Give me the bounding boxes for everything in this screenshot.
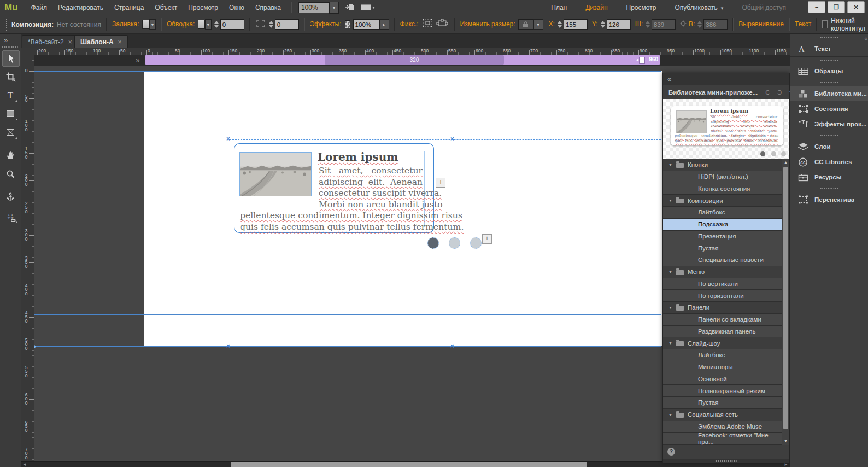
fill-swatch[interactable] — [142, 20, 149, 29]
zoom-dropdown-button[interactable]: ▾ — [329, 2, 339, 14]
zoom-tool[interactable] — [2, 166, 19, 182]
fill-label[interactable]: Заливка: — [112, 20, 139, 28]
dock-item-library[interactable]: Библиотека ми... — [790, 86, 868, 101]
crop-tool[interactable] — [2, 69, 19, 84]
dock-item-cc-libraries[interactable]: ccCC Libraries — [790, 154, 868, 170]
stroke-label[interactable]: Обводка: — [167, 20, 195, 28]
menu-Объект[interactable]: Объект — [149, 0, 183, 15]
library-item[interactable]: По вертикали — [663, 278, 789, 290]
folder-disclosure-icon[interactable]: ▼ — [668, 199, 672, 202]
stroke-dropdown[interactable]: ▾ — [205, 19, 212, 30]
breakpoint-segment-320[interactable]: 320 — [325, 55, 504, 65]
library-item[interactable]: HiDPI (вкл./откл.) — [663, 171, 789, 183]
zoom-input[interactable] — [298, 2, 329, 13]
horizontal-ruler[interactable]: 2001501005005010015020025030035040045050… — [0, 48, 790, 55]
library-item[interactable]: Лайтбокс — [663, 349, 789, 361]
help-icon[interactable]: ? — [667, 448, 675, 456]
dock-group-grip[interactable] — [790, 34, 868, 41]
dock-group-grip[interactable] — [790, 132, 868, 139]
effects-opacity-field[interactable] — [353, 19, 379, 30]
dock-collapse-icon[interactable]: « — [864, 36, 866, 42]
preview-mode-icon[interactable] — [361, 3, 375, 13]
corner-radius-field[interactable] — [275, 19, 299, 30]
selection-tool[interactable] — [2, 50, 20, 67]
frame-tool[interactable] — [2, 125, 19, 140]
stepper-arrows[interactable] — [269, 21, 273, 28]
library-item[interactable]: Панели со вкладками — [663, 314, 789, 326]
dock-item-perspective[interactable]: Перспектива — [790, 192, 868, 207]
mode-Опубликовать[interactable]: Опубликовать▾ — [675, 4, 723, 11]
link-dimensions-icon[interactable] — [679, 20, 688, 29]
library-item[interactable]: Пустая — [663, 397, 789, 409]
tab-close-icon[interactable]: × — [118, 38, 122, 46]
scroll-left-icon[interactable]: ◄ — [22, 462, 27, 467]
hidden-tab-states[interactable]: С — [765, 89, 770, 96]
dock-item-assets[interactable]: Ресурсы — [790, 170, 868, 185]
library-folder-Социальная сеть[interactable]: ▼Социальная сеть — [663, 409, 789, 421]
folder-disclosure-icon[interactable]: ▼ — [668, 270, 672, 274]
menu-Страница[interactable]: Страница — [109, 0, 149, 15]
library-folder-Слайд-шоу[interactable]: ▼Слайд-шоу — [663, 337, 789, 349]
go-to-page-icon[interactable] — [344, 3, 355, 13]
library-item[interactable]: Миниатюры — [663, 361, 789, 373]
vertical-ruler[interactable]: 0501001502002503003504004505005506006507… — [21, 55, 34, 461]
footer-checkbox[interactable] — [822, 20, 828, 28]
menu-Окно[interactable]: Окно — [224, 0, 250, 15]
minimize-button[interactable]: – — [808, 1, 825, 13]
hidden-tab-effects[interactable]: Э — [777, 89, 782, 96]
resize-label[interactable]: Изменить размер: — [460, 20, 515, 28]
scroll-down-icon[interactable]: ▼ — [782, 438, 789, 445]
y-label[interactable]: Y: — [592, 20, 598, 28]
trigger-dot-active[interactable] — [427, 237, 439, 249]
stroke-width-field[interactable] — [220, 19, 244, 30]
breakpoint-bar[interactable]: 320 ◂ 960 — [145, 55, 660, 65]
library-item[interactable]: Facebook: отметки "Мне нра... — [663, 433, 789, 445]
library-item[interactable]: Презентация — [663, 231, 789, 243]
library-folder-Меню[interactable]: ▼Меню — [663, 266, 789, 278]
hand-tool[interactable] — [2, 148, 19, 163]
pin-label[interactable]: Фикс.: — [400, 20, 419, 28]
close-button[interactable]: ✕ — [847, 1, 865, 13]
menu-Просмотр[interactable]: Просмотр — [183, 0, 224, 15]
library-item[interactable]: Раздвижная панель — [663, 326, 789, 338]
opacity-checker-icon[interactable] — [345, 20, 350, 28]
pin-position-icon[interactable] — [422, 18, 434, 31]
stepper-arrows[interactable] — [558, 21, 562, 28]
library-item[interactable]: Полноэкранный режим — [663, 385, 789, 397]
horizontal-scroll-thumb[interactable] — [231, 462, 587, 467]
restore-button[interactable]: ❐ — [828, 1, 845, 13]
library-item[interactable]: Лайтбокс — [663, 207, 789, 219]
library-item[interactable]: Основной — [663, 373, 789, 386]
menu-Файл[interactable]: Файл — [26, 0, 53, 15]
dock-group-grip[interactable] — [790, 185, 868, 192]
text-tool[interactable]: T — [2, 87, 19, 103]
trigger-dot[interactable] — [470, 237, 482, 249]
y-field[interactable] — [607, 19, 631, 30]
stepper-arrows[interactable] — [214, 21, 219, 28]
mode-Дизайн[interactable]: Дизайн — [585, 4, 607, 11]
x-field[interactable] — [564, 19, 588, 30]
fill-dropdown[interactable]: ▾ — [149, 19, 156, 30]
align-link[interactable]: Выравнивание — [738, 20, 784, 28]
folder-disclosure-icon[interactable]: ▼ — [668, 163, 672, 167]
x-label[interactable]: X: — [549, 20, 555, 28]
text-link[interactable]: Текст — [795, 20, 811, 28]
mode-Просмотр[interactable]: Просмотр — [626, 4, 656, 11]
library-item[interactable]: Кнопка состояния — [663, 183, 789, 195]
pin-browser-icon[interactable] — [436, 18, 449, 31]
anchor-tool[interactable] — [2, 189, 19, 205]
dock-item-scroll-effects[interactable]: Эффекты прок... — [790, 116, 868, 132]
folder-disclosure-icon[interactable]: ▼ — [668, 306, 672, 310]
panel-collapse-icon[interactable]: « — [667, 75, 670, 83]
tab-website-2[interactable]: *Веб-сайт-2 × — [22, 35, 78, 48]
scroll-thumb[interactable] — [783, 167, 788, 429]
tooltip-photo[interactable] — [239, 152, 312, 196]
resize-dropdown[interactable]: ▾ — [533, 19, 543, 30]
trigger-dot[interactable] — [449, 237, 460, 249]
add-trigger-dot-button[interactable]: + — [482, 234, 492, 244]
effects-slider-button[interactable]: ▸ — [379, 19, 389, 30]
tools-grip[interactable] — [2, 46, 18, 49]
tab-template-a[interactable]: Шаблон-А × — [74, 35, 128, 48]
menu-Справка[interactable]: Справка — [250, 0, 286, 15]
library-folder-Панели[interactable]: ▼Панели — [663, 302, 789, 314]
